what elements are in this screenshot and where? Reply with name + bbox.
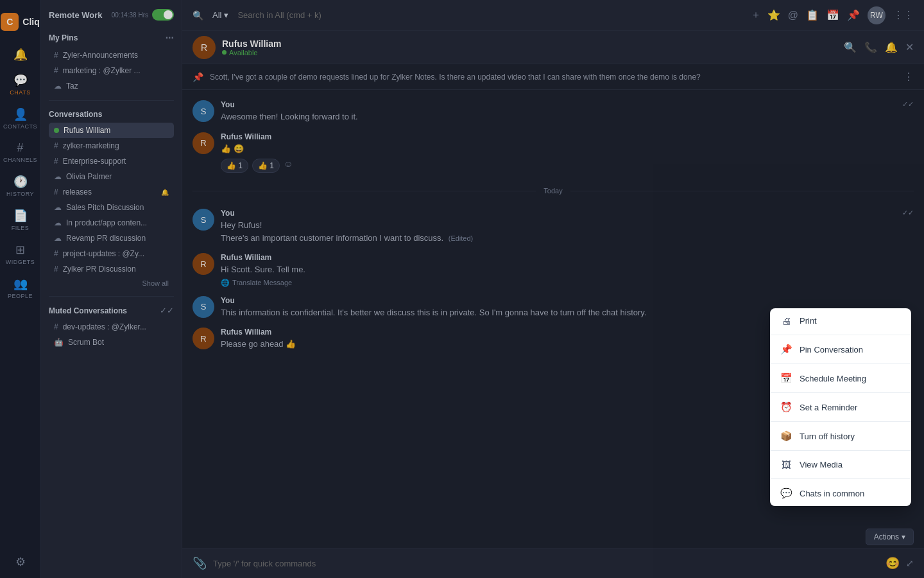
context-menu-item-pin-conversation[interactable]: 📌 Pin Conversation [770, 337, 911, 362]
context-menu: 🖨 Print 📌 Pin Conversation 📅 Schedule Me… [770, 308, 911, 506]
context-menu-item-view-media[interactable]: 🖼 View Media [770, 452, 911, 477]
print-icon: 🖨 [780, 315, 792, 326]
context-divider [770, 478, 911, 479]
context-menu-label-pin: Pin Conversation [800, 345, 863, 355]
context-menu-item-set-reminder[interactable]: ⏰ Set a Reminder [770, 394, 911, 420]
context-menu-label-media: View Media [800, 460, 843, 469]
pin-conversation-icon: 📌 [780, 344, 792, 355]
context-divider [770, 335, 911, 335]
set-reminder-icon: ⏰ [780, 401, 792, 413]
view-media-icon: 🖼 [780, 459, 792, 470]
context-menu-label-print: Print [800, 316, 817, 326]
context-menu-label-schedule: Schedule Meeting [800, 374, 866, 383]
context-menu-item-chats-in-common[interactable]: 💬 Chats in common [770, 480, 911, 506]
context-menu-item-print[interactable]: 🖨 Print [770, 308, 911, 333]
context-divider [770, 392, 911, 393]
context-menu-item-turn-off-history[interactable]: 📦 Turn off history [770, 423, 911, 449]
context-divider [770, 450, 911, 451]
context-menu-label-common: Chats in common [800, 489, 864, 498]
turn-off-history-icon: 📦 [780, 430, 792, 442]
chats-in-common-icon: 💬 [780, 487, 792, 499]
schedule-meeting-icon: 📅 [780, 372, 792, 384]
context-menu-label-history: Turn off history [800, 432, 855, 441]
context-menu-item-schedule-meeting[interactable]: 📅 Schedule Meeting [770, 365, 911, 391]
context-menu-label-reminder: Set a Reminder [800, 403, 857, 412]
context-divider [770, 421, 911, 422]
context-divider [770, 363, 911, 364]
